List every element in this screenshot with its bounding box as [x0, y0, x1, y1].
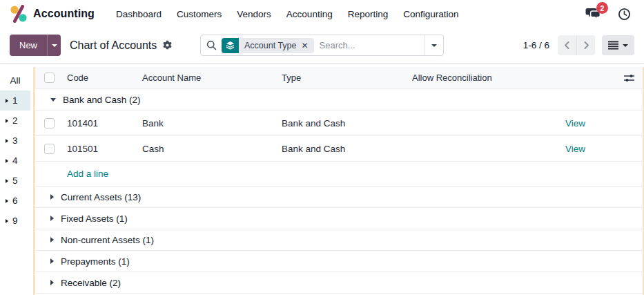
column-header-code[interactable]: Code — [67, 73, 142, 83]
group-row-non-current-assets-1[interactable]: Non-current Assets (1) — [35, 229, 643, 251]
cell-type: Bank and Cash — [282, 118, 412, 129]
sliders-icon — [623, 73, 635, 83]
accounting-app-icon — [10, 5, 28, 23]
group-label: Prepayments (1) — [61, 256, 130, 267]
cell-account-name: Cash — [142, 144, 282, 154]
app-switcher-brand[interactable]: Accounting — [10, 5, 95, 23]
menu-vendors[interactable]: Vendors — [231, 5, 277, 23]
activities-button[interactable] — [614, 3, 634, 24]
select-all-cell — [35, 73, 67, 83]
search-facet-account-type[interactable]: Account Type ✕ — [222, 38, 314, 53]
row-checkbox[interactable] — [44, 118, 55, 129]
optional-columns-cell — [616, 73, 643, 83]
action-menu-gear-button[interactable] — [162, 40, 173, 50]
group-label: Current Assets (13) — [61, 192, 141, 202]
chevron-left-icon — [563, 41, 571, 50]
top-navbar: Accounting DashboardCustomersVendorsAcco… — [0, 0, 644, 28]
collapse-group-icon — [50, 98, 56, 102]
sidebar-filter-5[interactable]: 5 — [0, 171, 30, 191]
column-header-allow-reconciliation[interactable]: Allow Reconciliation — [412, 73, 533, 83]
sidebar-filter-label: 5 — [12, 175, 18, 186]
group-row-fixed-assets-1[interactable]: Fixed Assets (1) — [35, 208, 643, 229]
view-button[interactable]: View — [565, 144, 585, 154]
new-button[interactable]: New — [10, 35, 47, 56]
main-menu-bar: DashboardCustomersVendorsAccountingRepor… — [110, 5, 465, 23]
control-panel: New Chart of Accounts — [0, 28, 644, 64]
facet-label: Account Type — [244, 41, 297, 50]
cell-account-name: Bank — [142, 118, 282, 129]
table-header-row: Code Account Name Type Allow Reconciliat… — [35, 67, 643, 89]
menu-configuration[interactable]: Configuration — [397, 5, 465, 23]
menu-reporting[interactable]: Reporting — [342, 5, 395, 23]
sidebar-filter-3[interactable]: 3 — [0, 131, 30, 151]
messages-count-badge: 2 — [596, 2, 608, 14]
row-checkbox-cell — [35, 118, 67, 129]
group-row-receivable-2[interactable]: Receivable (2) — [35, 272, 643, 294]
new-dropdown-toggle[interactable] — [47, 35, 61, 56]
menu-dashboard[interactable]: Dashboard — [110, 5, 168, 23]
pager-next-button[interactable] — [576, 35, 595, 55]
expand-group-icon — [50, 216, 54, 221]
page-title: Chart of Accounts — [70, 39, 157, 52]
main-content: All1234569 Code Account Name Type Allow … — [0, 64, 644, 295]
menu-customers[interactable]: Customers — [170, 5, 228, 23]
add-line-row: Add a line — [35, 162, 643, 187]
sidebar-filter-2[interactable]: 2 — [0, 111, 30, 131]
expand-icon — [6, 119, 8, 123]
row-checkbox[interactable] — [44, 144, 55, 154]
optional-columns-button[interactable] — [623, 73, 635, 83]
group-row-prepayments-1[interactable]: Prepayments (1) — [35, 251, 643, 272]
expand-icon — [6, 99, 8, 103]
group-label: Bank and Cash (2) — [63, 95, 141, 105]
view-button[interactable]: View — [565, 118, 585, 129]
menu-accounting[interactable]: Accounting — [280, 5, 339, 23]
sidebar-filter-6[interactable]: 6 — [0, 191, 30, 211]
search-panel-sidebar: All1234569 — [0, 64, 33, 295]
cell-action: View — [533, 144, 616, 154]
cell-code: 101401 — [67, 118, 142, 129]
sidebar-filter-label: 6 — [12, 196, 18, 206]
sidebar-filter-1[interactable]: 1 — [0, 91, 30, 111]
app-name: Accounting — [33, 8, 95, 20]
expand-icon — [6, 199, 8, 203]
pager-previous-button[interactable] — [558, 35, 576, 55]
search-input[interactable] — [314, 40, 425, 50]
search-bar[interactable]: Account Type ✕ — [200, 35, 444, 56]
account-row-101501[interactable]: 101501CashBank and CashView — [35, 136, 643, 162]
expand-group-icon — [50, 280, 54, 285]
sidebar-filter-label: 1 — [12, 95, 18, 106]
column-header-account-name[interactable]: Account Name — [142, 73, 282, 83]
column-header-type[interactable]: Type — [282, 73, 412, 83]
sidebar-filter-all[interactable]: All — [0, 70, 30, 91]
cell-type: Bank and Cash — [282, 144, 412, 154]
sidebar-filter-9[interactable]: 9 — [0, 211, 30, 231]
sidebar-filter-label: 9 — [12, 216, 18, 226]
cell-code: 101501 — [67, 144, 142, 154]
pager-buttons — [558, 35, 595, 55]
new-button-group: New — [10, 35, 61, 56]
group-label: Fixed Assets (1) — [61, 213, 128, 224]
chevron-down-icon — [52, 44, 57, 47]
search-icon — [206, 40, 217, 50]
accounts-list-view: Code Account Name Type Allow Reconciliat… — [33, 67, 644, 295]
chevron-down-icon — [623, 44, 628, 47]
sidebar-filter-4[interactable]: 4 — [0, 151, 30, 171]
facet-remove-icon[interactable]: ✕ — [302, 41, 309, 50]
account-row-101401[interactable]: 101401BankBank and CashView — [35, 111, 643, 136]
messages-button[interactable]: 2 — [583, 3, 604, 24]
chevron-right-icon — [583, 41, 590, 50]
view-switcher-button[interactable] — [602, 35, 634, 55]
add-a-line-link[interactable]: Add a line — [67, 169, 108, 179]
group-row-current-assets-13[interactable]: Current Assets (13) — [35, 187, 643, 208]
expand-group-icon — [50, 194, 54, 200]
expand-group-icon — [50, 258, 54, 264]
cell-action: View — [533, 118, 616, 129]
search-options-toggle[interactable] — [425, 35, 443, 55]
pager-area: 1-6 / 6 — [523, 35, 634, 55]
select-all-checkbox[interactable] — [44, 73, 55, 83]
systray: 2 — [583, 3, 634, 24]
group-row-bank-and-cash-2[interactable]: Bank and Cash (2) — [35, 89, 643, 111]
group-label: Non-current Assets (1) — [61, 235, 154, 245]
chevron-down-icon — [431, 44, 437, 47]
group-label: Receivable (2) — [61, 278, 121, 288]
